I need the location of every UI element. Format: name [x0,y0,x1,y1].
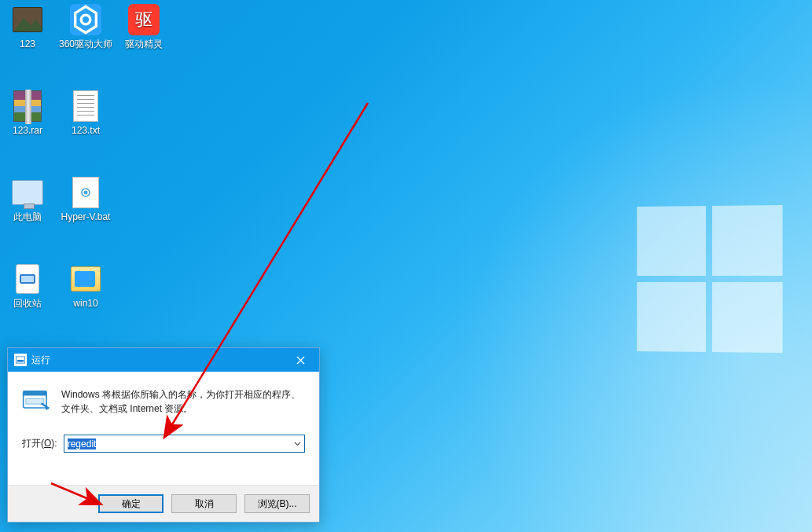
icon-label: 360驱动大师 [58,39,113,50]
recycle-bin-icon [16,264,39,294]
open-input[interactable] [64,435,305,453]
titlebar[interactable]: 运行 [8,348,319,372]
desktop-icon-hyperv-bat[interactable]: Hyper-V.bat [58,177,113,222]
svg-rect-9 [26,399,44,405]
dialog-button-bar: 确定 取消 浏览(B)... [8,485,319,522]
desktop-icon-win10-folder[interactable]: win10 [58,263,113,309]
dropdown-button[interactable] [289,435,305,453]
run-dialog-icon [14,354,27,366]
windows-logo-watermark [637,205,782,353]
icon-label: 驱动精灵 [116,39,171,50]
dialog-description: Windows 将根据你所输入的名称，为你打开相应的程序、文件夹、文档或 Int… [61,387,305,416]
desktop-icon-123-txt[interactable]: 123.txt [58,90,113,136]
desktop-icon-360-driver[interactable]: 360驱动大师 [58,4,113,50]
icon-label: 123 [0,39,55,50]
dialog-title: 运行 [31,354,283,367]
open-label: 打开(O): [22,437,57,450]
folder-icon [71,266,101,292]
svg-marker-0 [75,6,97,32]
icon-label: win10 [58,298,113,309]
icon-label: 123.txt [58,125,113,136]
chevron-down-icon [294,442,301,446]
close-icon [296,356,305,365]
desktop-icon-folder-123[interactable]: 123 [0,4,55,50]
browse-button[interactable]: 浏览(B)... [244,494,310,513]
close-button[interactable] [283,348,318,372]
icon-label: 123.rar [0,125,55,136]
svg-point-3 [84,191,86,193]
svg-point-1 [81,15,90,24]
gear-hex-icon [70,4,101,35]
icon-label: Hyper-V.bat [58,211,113,222]
svg-rect-8 [24,391,46,396]
driver-genius-icon: 驱 [128,4,160,35]
desktop[interactable]: 123 360驱动大师 驱 驱动精灵 123.rar 123.txt 此电脑 [0,0,812,532]
bat-gear-icon [72,177,99,208]
open-combobox[interactable] [64,435,305,453]
desktop-icon-this-pc[interactable]: 此电脑 [0,177,55,222]
cancel-button[interactable]: 取消 [171,494,237,513]
svg-rect-6 [17,360,24,362]
desktop-icon-driver-genius[interactable]: 驱 驱动精灵 [116,4,171,50]
icon-label: 回收站 [0,298,55,309]
ok-button[interactable]: 确定 [98,494,164,513]
desktop-icon-123-rar[interactable]: 123.rar [0,90,55,136]
icon-label: 此电脑 [0,211,55,222]
rar-icon [13,90,42,122]
txt-icon [73,90,98,122]
desktop-icon-recycle-bin[interactable]: 回收站 [0,263,55,309]
pc-icon [12,180,43,205]
run-app-icon [22,389,50,413]
run-dialog: 运行 Windows 将根据你所输入的名称，为你打开相应的程序、文件夹、文档或 … [7,347,320,523]
